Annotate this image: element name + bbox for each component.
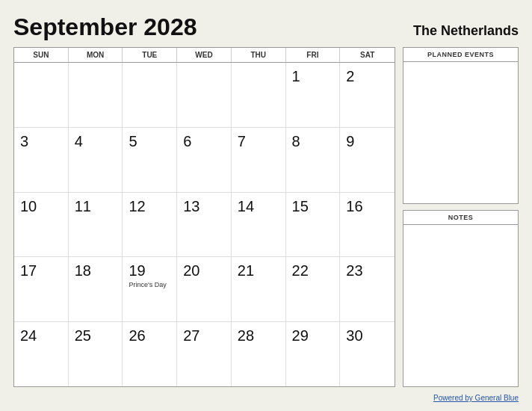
day-number: 12 xyxy=(129,197,145,215)
calendar-cell: 15 xyxy=(286,193,341,257)
day-number: 5 xyxy=(129,132,137,150)
calendar-cell: 6 xyxy=(177,128,232,192)
calendar-cell: 11 xyxy=(69,193,123,257)
day-number: 7 xyxy=(238,132,246,150)
calendar-cell: 12 xyxy=(123,193,177,257)
day-of-week-label: FRI xyxy=(286,48,341,62)
day-number: 13 xyxy=(183,197,200,215)
day-number: 23 xyxy=(346,262,362,279)
day-of-week-label: WED xyxy=(177,48,232,62)
day-number: 2 xyxy=(346,67,354,85)
calendar-cell: 29 xyxy=(286,322,341,386)
day-number: 28 xyxy=(238,327,254,344)
calendar-cell: 8 xyxy=(286,128,341,192)
calendar-cell: 2 xyxy=(340,63,395,127)
day-of-week-label: SUN xyxy=(14,48,69,62)
day-number: 10 xyxy=(20,197,37,215)
calendar-cell: 23 xyxy=(340,257,395,321)
sidebar: PLANNED EVENTS NOTES xyxy=(403,47,519,387)
calendar-cell xyxy=(177,63,232,127)
day-number: 29 xyxy=(292,327,309,344)
day-number: 18 xyxy=(75,262,91,279)
month-title: September 2028 xyxy=(13,13,197,41)
event-label: Prince's Day xyxy=(129,281,166,289)
day-number: 27 xyxy=(183,327,200,344)
day-of-week-label: SAT xyxy=(340,48,395,62)
calendar-week-row: 12 xyxy=(14,63,395,128)
calendar-cell xyxy=(14,63,69,127)
calendar: SUNMONTUEWEDTHUFRISAT 123456789101112131… xyxy=(13,47,395,387)
calendar-cell: 1 xyxy=(286,63,341,127)
day-of-week-label: THU xyxy=(232,48,286,62)
day-number: 16 xyxy=(346,197,362,215)
calendar-cell: 13 xyxy=(177,193,232,257)
day-number: 22 xyxy=(292,262,309,279)
calendar-body: 12345678910111213141516171819Prince's Da… xyxy=(14,63,395,386)
country-title: The Netherlands xyxy=(413,23,519,39)
calendar-cell xyxy=(69,63,123,127)
calendar-cell: 25 xyxy=(69,322,123,386)
day-number: 1 xyxy=(292,67,300,85)
notes-title: NOTES xyxy=(403,211,518,225)
calendar-cell: 4 xyxy=(69,128,123,192)
calendar-week-row: 10111213141516 xyxy=(14,193,395,258)
day-number: 26 xyxy=(129,327,145,344)
day-number: 6 xyxy=(183,132,191,150)
footer: Powered by General Blue xyxy=(13,390,519,404)
calendar-week-row: 3456789 xyxy=(14,128,395,193)
day-number: 9 xyxy=(346,132,354,150)
calendar-cell: 22 xyxy=(286,257,341,321)
footer-link[interactable]: Powered by General Blue xyxy=(433,394,519,402)
calendar-cell: 17 xyxy=(14,257,69,321)
notes-box: NOTES xyxy=(403,210,519,387)
calendar-cell: 26 xyxy=(123,322,177,386)
calendar-week-row: 171819Prince's Day20212223 xyxy=(14,257,395,322)
calendar-cell: 3 xyxy=(14,128,69,192)
calendar-cell: 19Prince's Day xyxy=(123,257,177,321)
day-number: 20 xyxy=(183,262,200,279)
calendar-cell: 9 xyxy=(340,128,395,192)
day-number: 30 xyxy=(346,327,362,344)
day-number: 17 xyxy=(20,262,37,279)
day-of-week-label: MON xyxy=(69,48,123,62)
calendar-cell: 5 xyxy=(123,128,177,192)
day-number: 15 xyxy=(292,197,309,215)
main-content: SUNMONTUEWEDTHUFRISAT 123456789101112131… xyxy=(13,47,519,387)
day-number: 3 xyxy=(20,132,28,150)
planned-events-title: PLANNED EVENTS xyxy=(403,48,518,62)
header: September 2028 The Netherlands xyxy=(13,13,519,41)
day-number: 25 xyxy=(75,327,91,344)
calendar-cell: 28 xyxy=(232,322,286,386)
day-number: 14 xyxy=(238,197,254,215)
calendar-cell xyxy=(123,63,177,127)
calendar-cell: 20 xyxy=(177,257,232,321)
calendar-cell: 14 xyxy=(232,193,286,257)
calendar-cell: 7 xyxy=(232,128,286,192)
day-number: 4 xyxy=(75,132,83,150)
planned-events-box: PLANNED EVENTS xyxy=(403,47,519,204)
planned-events-content xyxy=(403,62,518,203)
calendar-cell: 27 xyxy=(177,322,232,386)
day-number: 8 xyxy=(292,132,300,150)
calendar-cell: 10 xyxy=(14,193,69,257)
notes-content xyxy=(403,225,518,386)
day-number: 19 xyxy=(129,262,145,279)
calendar-cell: 24 xyxy=(14,322,69,386)
page: September 2028 The Netherlands SUNMONTUE… xyxy=(0,0,532,411)
calendar-cell: 16 xyxy=(340,193,395,257)
day-of-week-label: TUE xyxy=(123,48,177,62)
calendar-cell: 21 xyxy=(232,257,286,321)
calendar-cell: 18 xyxy=(69,257,123,321)
day-number: 11 xyxy=(75,197,91,215)
calendar-header: SUNMONTUEWEDTHUFRISAT xyxy=(14,48,395,63)
day-number: 24 xyxy=(20,327,37,344)
calendar-cell: 30 xyxy=(340,322,395,386)
calendar-cell xyxy=(232,63,286,127)
day-number: 21 xyxy=(238,262,254,279)
calendar-week-row: 24252627282930 xyxy=(14,322,395,386)
